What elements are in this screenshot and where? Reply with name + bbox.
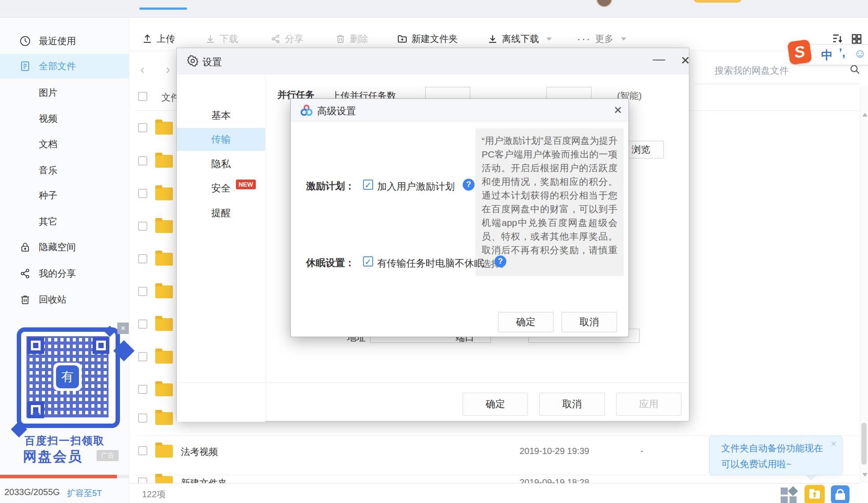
row-checkbox[interactable] [138, 221, 147, 231]
new-folder-button[interactable]: 新建文件夹 [397, 31, 458, 47]
folder-icon [155, 412, 173, 425]
upload-button[interactable]: 上传 [142, 31, 175, 47]
scroll-down-icon[interactable] [862, 473, 868, 477]
sidebar-item-label: 全部文件 [39, 60, 76, 72]
sidebar-item-my-shares[interactable]: 我的分享 [0, 261, 129, 286]
expand-storage-link[interactable]: 扩容至5T [67, 488, 102, 499]
ime-language-toggle[interactable]: 中 [821, 48, 833, 63]
folder-plus-icon [397, 34, 408, 44]
scroll-up-icon[interactable] [862, 113, 868, 116]
upload-icon [142, 34, 153, 44]
sidebar-item-hidden-space[interactable]: 隐藏空间 [0, 235, 129, 259]
back-button[interactable]: ‹ [140, 62, 145, 77]
help-icon[interactable]: ? [494, 255, 506, 267]
active-tab-indicator [139, 8, 187, 10]
chevron-down-icon [621, 38, 626, 41]
incentive-label: 激励计划： [306, 180, 355, 193]
folder-icon [155, 155, 173, 168]
dialog-divider [177, 383, 689, 383]
row-checkbox[interactable] [138, 413, 147, 423]
gear-icon [187, 55, 199, 67]
row-checkbox[interactable] [138, 156, 147, 165]
row-checkbox[interactable] [138, 385, 147, 394]
incentive-checkbox[interactable]: ✓ [363, 180, 373, 190]
sidebar-item-all-files[interactable]: 全部文件 [0, 54, 129, 79]
folder-icon [155, 318, 173, 331]
sidebar-item-label: 文档 [39, 138, 57, 150]
close-icon[interactable]: ✕ [831, 439, 837, 449]
sidebar-item-label: 种子 [39, 189, 57, 202]
close-icon[interactable]: ✕ [675, 51, 696, 70]
sogou-logo-icon[interactable]: S [787, 39, 812, 65]
row-checkbox[interactable] [138, 254, 147, 263]
sidebar-item-recent[interactable]: 最近使用 [0, 29, 129, 53]
sidebar-item-documents[interactable]: 文档 [0, 132, 129, 157]
ime-punctuation-toggle[interactable]: ’, [839, 46, 845, 60]
row-checkbox[interactable] [138, 287, 147, 296]
qr-center-logo: 有 [56, 365, 79, 388]
incentive-tooltip: “用户激励计划”是百度网盘为提升PC客户端用户体验而推出的一项活动。开启后根据用… [475, 128, 624, 276]
sidebar-item-torrents[interactable]: 种子 [0, 183, 129, 208]
ad-caption: 百度扫一扫领取 [0, 434, 129, 448]
sidebar-item-label: 我的分享 [39, 267, 76, 280]
sort-icon[interactable] [831, 32, 844, 45]
sidebar-item-others[interactable]: 其它 [0, 209, 129, 234]
clock-icon [19, 35, 31, 47]
offline-download-button[interactable]: 离线下载 [487, 31, 552, 47]
sidebar-item-recycle-bin[interactable]: 回收站 [0, 287, 129, 312]
file-icon [19, 60, 31, 72]
share-icon [270, 34, 281, 44]
forward-button[interactable]: › [166, 62, 170, 77]
lock-space-icon[interactable] [831, 485, 849, 503]
advanced-ok-button[interactable]: 确定 [498, 312, 554, 332]
advanced-dialog-title: 高级设置 [317, 105, 356, 118]
backup-tooltip: 文件夹自动备份功能现在 可以免费试用啦~ ✕ [709, 435, 842, 475]
sleep-checkbox[interactable]: ✓ [363, 256, 373, 267]
settings-apply-button[interactable]: 应用 [616, 393, 681, 416]
scrollbar-thumb[interactable] [861, 423, 867, 465]
sleep-option-label: 有传输任务时电脑不休眠 [377, 257, 484, 270]
apps-grid-icon[interactable] [780, 487, 797, 503]
row-checkbox[interactable] [138, 319, 147, 329]
ad-close-icon[interactable]: ✕ [117, 323, 129, 334]
search-input[interactable]: 搜索我的网盘文件 [715, 64, 789, 77]
qr-ad[interactable]: 有 [17, 327, 120, 428]
sidebar-item-videos[interactable]: 视频 [0, 106, 129, 131]
settings-ok-button[interactable]: 确定 [463, 393, 528, 416]
sidebar-item-music[interactable]: 音乐 [0, 158, 129, 183]
row-checkbox[interactable] [138, 446, 147, 455]
grid-view-icon[interactable] [850, 33, 863, 45]
settings-cancel-button[interactable]: 取消 [539, 393, 605, 416]
row-checkbox[interactable] [138, 189, 147, 198]
settings-dialog-titlebar [177, 48, 689, 75]
tab-transfer[interactable]: 传输 [177, 128, 265, 151]
help-icon[interactable]: ? [463, 179, 475, 191]
folder-icon [155, 285, 173, 298]
sidebar-item-pictures[interactable]: 图片 [0, 80, 129, 105]
download-icon [205, 34, 216, 44]
vip-pill-button[interactable] [693, 0, 742, 3]
select-all-checkbox[interactable] [138, 92, 147, 101]
tab-privacy[interactable]: 隐私 [177, 153, 265, 176]
minimize-icon[interactable]: — [649, 51, 669, 70]
delete-button[interactable]: 删除 [335, 31, 368, 47]
auto-backup-icon[interactable] [804, 485, 825, 503]
trash-icon [19, 294, 31, 305]
more-button[interactable]: ··· 更多 [577, 31, 626, 47]
row-checkbox[interactable] [138, 352, 147, 361]
item-count: 122项 [142, 488, 165, 500]
ime-emoji-icon[interactable]: ☺ [854, 47, 866, 60]
folder-icon [155, 122, 173, 135]
status-bar [129, 483, 860, 503]
share-button[interactable]: 分享 [270, 31, 303, 47]
download-button[interactable]: 下载 [205, 31, 238, 47]
advanced-cancel-button[interactable]: 取消 [561, 312, 617, 332]
close-icon[interactable]: ✕ [609, 101, 627, 119]
ad-caption: 网盘会员 [0, 447, 106, 466]
tab-reminder[interactable]: 提醒 [177, 202, 265, 225]
tab-basic[interactable]: 基本 [177, 104, 265, 127]
storage-progressbar [0, 475, 129, 478]
folder-icon [155, 383, 173, 396]
top-strip [0, 0, 868, 18]
row-checkbox[interactable] [138, 123, 147, 132]
